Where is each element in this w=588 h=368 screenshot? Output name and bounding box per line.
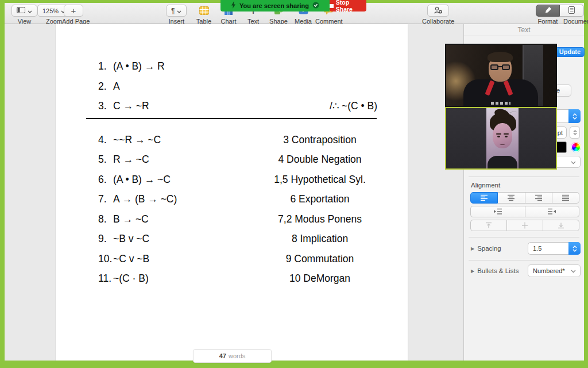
screen-sharing-banner: You are screen sharing: [220, 0, 330, 12]
format-button[interactable]: [536, 5, 560, 17]
disclosure-triangle-icon[interactable]: ▶: [471, 269, 474, 274]
alignment-label: Alignment: [471, 182, 500, 189]
formula: A → (B → ~C): [113, 193, 177, 205]
justification: 3 Contraposition: [262, 130, 377, 150]
webcam-video-participant-1[interactable]: [445, 44, 557, 107]
proof-line: 2.A: [56, 76, 408, 97]
paragraph-icon: ¶: [171, 7, 175, 15]
justification: 7,2 Modus Ponens: [262, 209, 377, 229]
formula: B → ~C: [113, 213, 149, 225]
bullets-dropdown[interactable]: Numbered*: [528, 264, 581, 277]
align-center-button[interactable]: [498, 192, 525, 204]
person-torso: [488, 156, 517, 170]
align-justify-button[interactable]: [552, 192, 579, 204]
spacing-row-label: ▶ Spacing: [471, 245, 501, 252]
line-number: 10.: [98, 249, 113, 269]
indent-button[interactable]: [525, 206, 580, 217]
formula: ~~R → ~C: [113, 134, 161, 145]
spacing-dropdown[interactable]: 1.5: [528, 242, 581, 255]
alignment-controls: [470, 192, 579, 204]
outdent-button[interactable]: [470, 206, 525, 217]
line-number: 8.: [98, 209, 113, 229]
bolt-icon: [231, 1, 236, 11]
proof-line: 8.B → ~C 7,2 Modus Ponens: [56, 209, 408, 229]
proof-line: 6.(A • B) → ~C 1,5 Hypothetical Syl.: [56, 170, 408, 190]
align-top-button[interactable]: [470, 220, 507, 231]
proof-line: 4.~~R → ~C 3 Contraposition: [56, 130, 408, 150]
word-count-badge[interactable]: 47 words: [193, 349, 272, 363]
chevron-down-icon: [571, 159, 576, 166]
justification: 8 Implication: [262, 229, 377, 249]
line-number: 9.: [98, 229, 113, 249]
insert-button[interactable]: ¶: [166, 5, 187, 17]
formula: R → ~C: [113, 154, 149, 165]
document-button[interactable]: [560, 5, 584, 17]
formula: ~B v ~C: [113, 233, 149, 244]
proof-line: 7.A → (B → ~C) 6 Exportation: [56, 189, 408, 209]
word-count-label: words: [229, 352, 245, 359]
collaborate-button[interactable]: [427, 5, 449, 17]
toolbar-table[interactable]: Table: [195, 5, 212, 25]
eyeglasses: [490, 64, 510, 70]
webcam-video-participant-2-active[interactable]: [445, 107, 557, 170]
align-right-button[interactable]: [525, 192, 552, 204]
eye: [505, 136, 508, 137]
line-number: 7.: [98, 189, 113, 209]
toolbar-format-document: Format Document: [536, 5, 588, 25]
screen-sharing-text: You are screen sharing: [239, 2, 309, 9]
view-button[interactable]: [11, 5, 37, 17]
align-left-button[interactable]: [470, 192, 498, 204]
bullets-value: Numbered*: [533, 265, 565, 277]
update-style-button[interactable]: Update: [555, 47, 585, 57]
hoodie-text: [491, 102, 510, 105]
stop-share-button[interactable]: Stop Share: [330, 0, 366, 12]
line-number: 1.: [98, 56, 113, 76]
proof-line: 1.(A • B) → R: [56, 56, 408, 76]
premises-block: 1.(A • B) → R 2.A 3.C → ~R /∴ ~(C • B): [56, 56, 408, 116]
justification: 4 Double Negation: [262, 150, 377, 170]
proof-line: 11.~(C · B) 10 DeMorgan: [56, 269, 408, 289]
line-number: 6.: [98, 170, 113, 190]
toolbar-insert: ¶ Insert: [166, 5, 187, 25]
formula: (A • B) → R: [113, 60, 165, 72]
justification: 1,5 Hypothetical Syl.: [262, 170, 377, 190]
spacing-stepper[interactable]: [568, 242, 581, 255]
color-wheel-icon[interactable]: [571, 142, 581, 152]
font-stepper[interactable]: [568, 109, 581, 123]
disclosure-triangle-icon[interactable]: ▶: [471, 246, 474, 251]
indent-controls: [470, 206, 579, 217]
line-number: 2.: [98, 76, 113, 97]
chevron-down-icon: [177, 7, 181, 14]
justification: 6 Exportation: [262, 189, 377, 209]
eyebrow: [496, 133, 501, 135]
plus-icon: +: [71, 6, 76, 15]
divider: [469, 237, 579, 237]
proof-line: 9.~B v ~C 8 Implication: [56, 229, 408, 249]
paintbrush-icon: [544, 6, 552, 16]
sidebar-panel-icon: [17, 7, 25, 14]
table-icon: [195, 5, 212, 17]
proof-divider-line: [86, 118, 377, 119]
formula: (A • B) → ~C: [113, 174, 171, 185]
add-page-button[interactable]: +: [64, 5, 84, 17]
document-page[interactable]: 1.(A • B) → R 2.A 3.C → ~R /∴ ~(C • B) 4…: [56, 24, 408, 361]
formula: A: [113, 80, 120, 92]
proof-line: 5.R → ~C 4 Double Negation: [56, 150, 408, 170]
person-hair: [488, 52, 513, 62]
justification: 10 DeMorgan: [262, 269, 377, 289]
justification: 9 Commutation: [262, 249, 377, 269]
formula: ~(C · B): [113, 273, 149, 284]
bullets-row-label: ▶ Bullets & Lists: [471, 267, 519, 274]
align-bottom-button[interactable]: [543, 220, 579, 231]
font-size-stepper[interactable]: [570, 126, 580, 139]
logic-proof: 1.(A • B) → R 2.A 3.C → ~R /∴ ~(C • B) 4…: [56, 24, 408, 289]
collaborate-person-icon: [434, 6, 443, 15]
document-icon: [568, 6, 575, 16]
toolbar-collaborate: Collaborate: [422, 5, 454, 25]
stop-share-label: Stop Share: [336, 0, 366, 13]
divider: [469, 260, 579, 260]
proof-line: 3.C → ~R /∴ ~(C • B): [56, 96, 408, 116]
spacing-value: 1.5: [533, 243, 541, 254]
align-middle-button[interactable]: [507, 220, 543, 231]
formula: ~C v ~B: [113, 253, 149, 264]
